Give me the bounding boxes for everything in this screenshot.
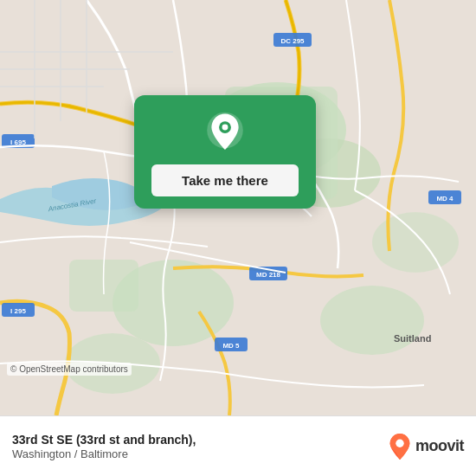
svg-text:DC 295: DC 295 [280,37,305,45]
popup-card: Take me there [134,95,316,209]
svg-text:MD 4: MD 4 [436,195,453,203]
svg-text:Suitland: Suitland [394,333,431,344]
svg-point-7 [372,212,459,273]
svg-text:MD 5: MD 5 [222,342,240,350]
svg-point-6 [320,286,424,355]
moovit-logo: moovit [388,432,464,461]
svg-text:MD 218: MD 218 [256,271,281,279]
take-me-there-button[interactable]: Take me there [151,164,299,196]
map-container: Anacostia River I 695 DC 295 MD 4 I 295 … [0,0,476,415]
info-bar: 33rd St SE (33rd st and branch), Washing… [0,415,476,476]
location-city: Washington / Baltimore [12,447,379,460]
location-text: 33rd St SE (33rd st and branch), Washing… [12,432,379,460]
osm-credit: © OpenStreetMap contributors [7,363,132,376]
location-pin-icon [203,111,248,156]
svg-point-32 [222,125,228,131]
moovit-brand-text: moovit [415,437,464,455]
location-name: 33rd St SE (33rd st and branch), [12,432,379,447]
moovit-pin-icon [388,432,412,461]
svg-text:I 295: I 295 [10,307,26,315]
svg-point-33 [396,439,403,447]
